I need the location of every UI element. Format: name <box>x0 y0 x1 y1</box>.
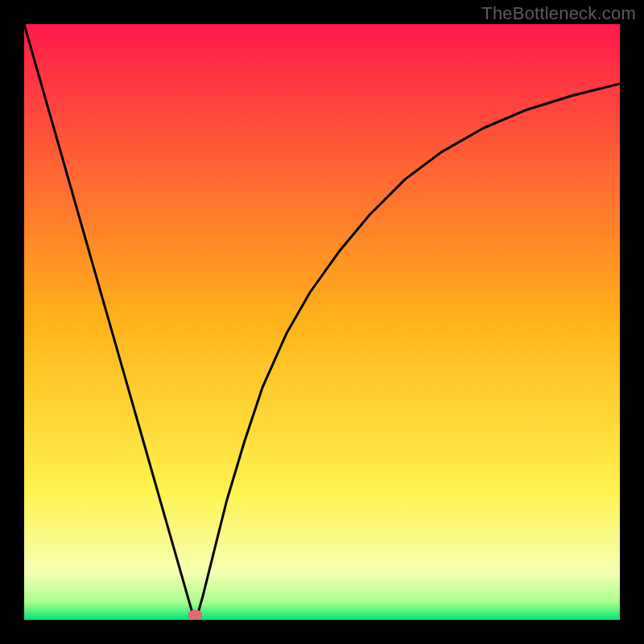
chart-frame: TheBottleneck.com <box>0 0 644 644</box>
plot-area <box>24 24 620 620</box>
chart-background <box>24 24 620 620</box>
watermark-text: TheBottleneck.com <box>481 3 636 24</box>
chart-svg <box>24 24 620 620</box>
